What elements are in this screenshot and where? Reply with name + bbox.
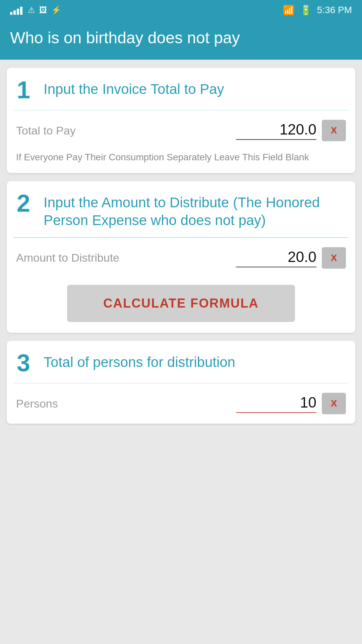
signal-icon <box>10 5 22 15</box>
section-3-header: 3 Total of persons for distribution <box>7 341 355 383</box>
status-bar-left: ⚠ 🖼 ⚡ <box>10 5 61 15</box>
content-area: 1 Input the Invoice Total to Pay Total t… <box>0 60 362 644</box>
status-icons: ⚠ 🖼 ⚡ <box>28 5 61 15</box>
section-1-header: 1 Input the Invoice Total to Pay <box>7 68 355 110</box>
usb-icon: ⚡ <box>51 5 61 15</box>
section-2-header: 2 Input the Amount to Distribute (The Ho… <box>7 181 355 237</box>
app-title: Who is on birthday does not pay <box>10 28 352 48</box>
battery-icon: 🔋 <box>300 5 312 16</box>
persons-wrapper: X <box>97 393 346 414</box>
total-to-pay-label: Total to Pay <box>16 124 90 137</box>
amount-distribute-label: Amount to Distribute <box>16 251 119 264</box>
image-icon: 🖼 <box>39 5 47 15</box>
wifi-icon: 📶 <box>283 5 295 16</box>
app-bar: Who is on birthday does not pay <box>0 20 362 60</box>
status-bar-right: 📶 🔋 5:36 PM <box>283 5 352 16</box>
section-1-hint: If Everyone Pay Their Consumption Separa… <box>7 151 355 173</box>
section-2-number: 2 <box>17 191 37 215</box>
warning-icon: ⚠ <box>28 5 35 15</box>
section-1-field-row: Total to Pay X <box>7 110 355 151</box>
amount-distribute-clear-btn[interactable]: X <box>322 247 346 269</box>
section-2-card: 2 Input the Amount to Distribute (The Ho… <box>7 181 355 333</box>
amount-distribute-input[interactable] <box>236 249 316 267</box>
section-3-field-row: Persons X <box>7 383 355 424</box>
amount-distribute-wrapper: X <box>126 247 346 269</box>
total-to-pay-wrapper: X <box>97 120 346 141</box>
persons-label: Persons <box>16 397 90 410</box>
status-bar: ⚠ 🖼 ⚡ 📶 🔋 5:36 PM <box>0 0 362 20</box>
section-1-title: Input the Invoice Total to Pay <box>44 78 224 98</box>
section-1-number: 1 <box>17 78 37 102</box>
section-3-title: Total of persons for distribution <box>44 351 235 371</box>
total-to-pay-clear-btn[interactable]: X <box>322 120 346 141</box>
total-to-pay-input[interactable] <box>236 121 316 140</box>
section-2-field-row: Amount to Distribute X <box>7 238 355 278</box>
section-2-title: Input the Amount to Distribute (The Hono… <box>44 191 345 229</box>
section-1-card: 1 Input the Invoice Total to Pay Total t… <box>7 68 355 173</box>
persons-input[interactable] <box>236 394 316 413</box>
calculate-formula-button[interactable]: CALCULATE FORMULA <box>67 285 295 322</box>
clock: 5:36 PM <box>317 5 352 15</box>
persons-clear-btn[interactable]: X <box>322 393 346 414</box>
section-3-card: 3 Total of persons for distribution Pers… <box>7 341 355 424</box>
section-3-number: 3 <box>17 351 37 375</box>
calculate-btn-wrapper: CALCULATE FORMULA <box>7 278 355 333</box>
